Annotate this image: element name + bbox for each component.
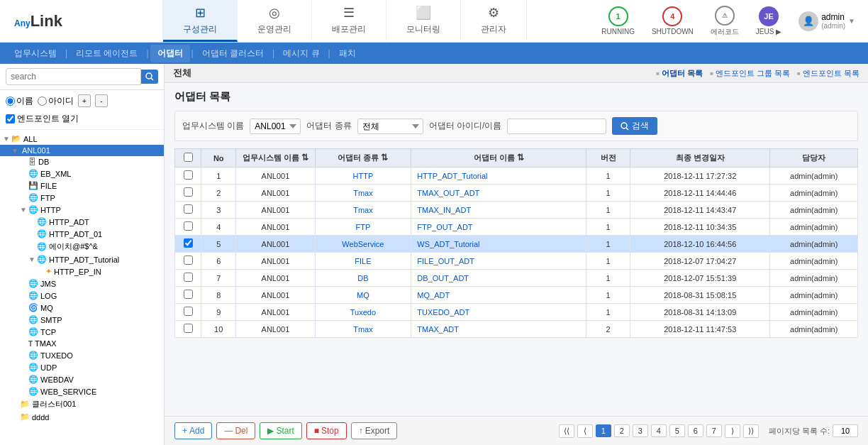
cell-name[interactable]: TUXEDO_ADT [411,304,586,321]
cell-type[interactable]: MQ [315,287,411,304]
status-running[interactable]: 1 RUNNING [596,4,640,38]
cell-type[interactable]: Tmax [315,321,411,338]
row-checkbox[interactable] [184,290,193,299]
tree-item-http-adt-tutorial[interactable]: ▼ 🌐 HTTP_ADT_Tutorial [0,253,164,265]
nav-tab-deploy[interactable]: ☰ 배포관리 [312,0,386,42]
page-size-input[interactable] [833,424,858,437]
page-next-button[interactable]: ⟩ [725,424,740,438]
tree-item-tcp[interactable]: 🌐 TCP [0,326,164,338]
add-button[interactable]: + + Add Add [174,422,212,439]
page-last-button[interactable]: ⟩⟩ [743,424,759,438]
row-checkbox[interactable] [184,273,193,282]
row-checkbox[interactable] [184,324,193,333]
status-jeus[interactable]: JE JEUS ▶ [750,4,787,38]
tree-item-http[interactable]: ▼ 🌐 HTTP [0,204,164,216]
tree-item-tuxedo[interactable]: 🌐 TUXEDO [0,349,164,361]
subnav-patch[interactable]: 패치 [332,45,363,62]
tree-item-web-service[interactable]: 🌐 WEB_SERVICE [0,385,164,397]
cell-name[interactable]: WS_ADT_Tutorial [411,236,586,253]
add-tree-item-button[interactable]: + [78,94,91,107]
nav-tab-ops[interactable]: ◎ 운영관리 [238,0,312,42]
tree-item-udp[interactable]: 🌐 UDP [0,361,164,373]
cell-name[interactable]: TMAX_ADT [411,321,586,338]
status-shutdown[interactable]: 4 SHUTDOWN [646,4,699,38]
table-row[interactable]: 10 ANL001 Tmax TMAX_ADT 2 2018-12-11 11:… [175,321,858,338]
subnav-adapter-cluster[interactable]: 어댑터 클러스터 [195,45,271,62]
remove-tree-item-button[interactable]: - [95,94,108,107]
tree-item-jms[interactable]: 🌐 JMS [0,278,164,290]
endpoint-checkbox[interactable]: 엔드포인트 열기 [6,113,158,125]
row-checkbox[interactable] [184,187,193,197]
row-checkbox[interactable] [184,221,193,231]
table-row[interactable]: 9 ANL001 Tuxedo TUXEDO_ADT 1 2018-08-31 … [175,304,858,321]
cell-type[interactable]: Tmax [315,185,411,202]
adapter-id-input[interactable] [507,119,606,134]
tree-item-webdav[interactable]: 🌐 WEBDAV [0,373,164,385]
tree-item-http-ep-in[interactable]: ✦ HTTP_EP_IN [0,265,164,278]
nav-tab-monitor[interactable]: ⬜ 모니터링 [386,0,461,42]
subnav-remote-agent[interactable]: 리모트 에이전트 [69,45,145,62]
tree-item-all[interactable]: ▼ 📂 ALL [0,133,164,145]
subnav-biz-system[interactable]: 업무시스템 [7,45,64,62]
table-row[interactable]: 6 ANL001 FILE FILE_OUT_ADT 1 2018-12-07 … [175,253,858,270]
cell-type[interactable]: Tuxedo [315,304,411,321]
tab-endpoint-group[interactable]: 엔드포인트 그룹 목록 [710,68,790,79]
tree-item-db[interactable]: 🗄 DB [0,156,164,167]
row-checkbox[interactable] [184,204,193,214]
cell-name[interactable]: FTP_OUT_ADT [411,219,586,236]
row-checkbox[interactable] [184,307,193,316]
cell-name[interactable]: FILE_OUT_ADT [411,253,586,270]
tree-item-anl001[interactable]: ▼ ANL001 [0,145,164,156]
cell-type[interactable]: FTP [315,219,411,236]
table-row[interactable]: 8 ANL001 MQ MQ_ADT 1 2018-08-31 15:08:15… [175,287,858,304]
start-button[interactable]: ▶ Start [260,422,301,439]
subnav-message-queue[interactable]: 메시지 큐 [276,45,326,62]
tree-item-smtp[interactable]: 🌐 SMTP [0,314,164,326]
tree-item-mq[interactable]: 🌀 MQ [0,302,164,314]
table-row[interactable]: 3 ANL001 Tmax TMAX_IN_ADT 1 2018-12-11 1… [175,202,858,219]
tree-item-ftp[interactable]: 🌐 FTP [0,192,164,204]
tree-item-log[interactable]: 🌐 LOG [0,290,164,302]
tab-adapter-list[interactable]: 어댑터 목록 [656,68,703,79]
admin-area[interactable]: 👤 admin (admin) ▼ [793,11,861,31]
cell-type[interactable]: FILE [315,253,411,270]
table-row[interactable]: 1 ANL001 HTTP HTTP_ADT_Tutorial 1 2018-1… [175,167,858,185]
header-adapter-name[interactable]: 어댑터 이름 ⇅ [411,149,586,167]
page-7-button[interactable]: 7 [706,424,722,437]
cell-type[interactable]: HTTP [315,167,411,185]
cell-name[interactable]: TMAX_OUT_ADT [411,185,586,202]
cell-name[interactable]: HTTP_ADT_Tutorial [411,167,586,185]
header-adapter-type[interactable]: 어댑터 종류 ⇅ [315,149,411,167]
nav-tab-admin[interactable]: ⚙ 관리자 [461,0,527,42]
row-checkbox[interactable] [184,238,193,248]
page-6-button[interactable]: 6 [688,424,703,437]
tree-item-http-adt-01[interactable]: 🌐 HTTP_ADT_01 [0,228,164,240]
adapter-type-select[interactable]: 전체 HTTP Tmax FTP WebService FILE DB MQ T… [357,119,423,134]
page-prev-button[interactable]: ⟨ [577,424,593,438]
tree-item-file[interactable]: 💾 FILE [0,180,164,192]
subnav-adapter[interactable]: 어댑터 [150,45,190,62]
tab-endpoint-list[interactable]: 엔드포인트 목록 [797,68,859,79]
stop-button[interactable]: ■ Stop [306,422,347,439]
tree-item-http-adt[interactable]: 🌐 HTTP_ADT [0,216,164,228]
radio-name[interactable]: 이름 [6,95,33,107]
search-button[interactable] [141,70,158,84]
cell-type[interactable]: Tmax [315,202,411,219]
biz-system-select[interactable]: ANL001 [250,119,301,134]
radio-id[interactable]: 아이디 [38,95,74,107]
table-row[interactable]: 7 ANL001 DB DB_OUT_ADT 1 2018-12-07 15:5… [175,270,858,287]
nav-tab-config[interactable]: ⊞ 구성관리 [163,0,238,42]
filter-search-button[interactable]: 검색 [612,117,657,135]
row-checkbox[interactable] [184,170,193,180]
page-2-button[interactable]: 2 [614,424,630,437]
cell-name[interactable]: DB_OUT_ADT [411,270,586,287]
page-4-button[interactable]: 4 [651,424,667,437]
row-checkbox[interactable] [184,256,193,265]
tree-item-tmax[interactable]: T TMAX [0,338,164,349]
table-row[interactable]: 2 ANL001 Tmax TMAX_OUT_ADT 1 2018-12-11 … [175,185,858,202]
page-1-button[interactable]: 1 [596,424,611,437]
tree-item-dddd[interactable]: 📁 dddd [0,411,164,423]
page-first-button[interactable]: ⟨⟨ [559,424,574,438]
cell-name[interactable]: MQ_ADT [411,287,586,304]
page-5-button[interactable]: 5 [669,424,685,437]
